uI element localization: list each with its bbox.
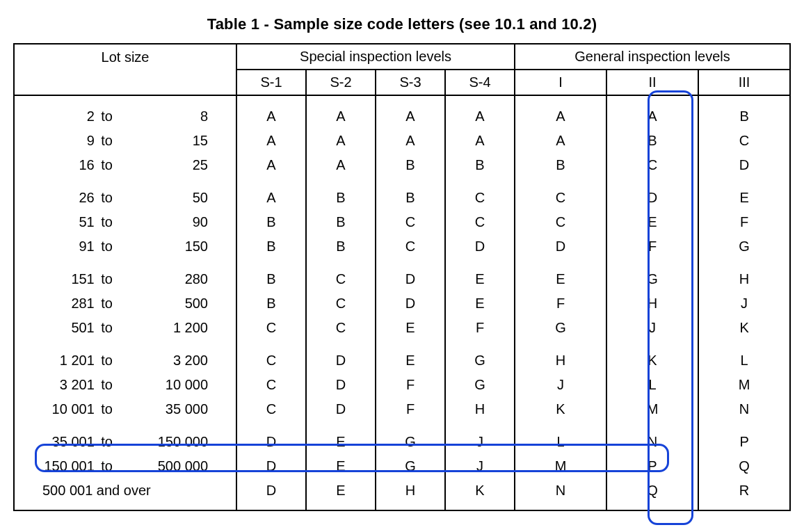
lot-to: 500 [118, 291, 236, 316]
cell-s4: F [445, 316, 515, 340]
cell-s4: G [445, 340, 515, 373]
lot-to: 8 [118, 95, 236, 129]
lot-from: 2 to [14, 95, 118, 129]
cell-s2: C [306, 291, 376, 316]
lot-range: 500 001 and over [14, 478, 236, 510]
cell-g1: D [515, 234, 606, 259]
cell-s1: A [236, 95, 306, 129]
cell-s2: D [306, 340, 376, 373]
header-lot-size: Lot size [14, 44, 236, 70]
lot-to: 150 000 [118, 421, 236, 454]
cell-g3: H [698, 259, 790, 291]
cell-g1: N [515, 478, 606, 510]
lot-from: 9 to [14, 129, 118, 153]
lot-from: 51 to [14, 210, 118, 234]
header-g3: III [698, 70, 790, 95]
lot-to: 10 000 [118, 373, 236, 397]
cell-s3: E [376, 316, 445, 340]
lot-from: 150 001 to [14, 454, 118, 478]
cell-g1: E [515, 259, 606, 291]
cell-s1: A [236, 129, 306, 153]
cell-g1: F [515, 291, 606, 316]
cell-s2: B [306, 210, 376, 234]
lot-from: 10 001 to [14, 397, 118, 421]
cell-g3: N [698, 397, 790, 421]
header-s3: S-3 [376, 70, 445, 95]
cell-g1: K [515, 397, 606, 421]
table-body: 2 to8AAAAAAB9 to15AAAAABC16 to25AABBBCD2… [14, 95, 790, 510]
cell-g2: H [606, 291, 698, 316]
cell-g3: L [698, 340, 790, 373]
cell-s1: D [236, 478, 306, 510]
cell-g3: K [698, 316, 790, 340]
lot-to: 500 000 [118, 454, 236, 478]
cell-g2: C [606, 153, 698, 177]
cell-s4: A [445, 95, 515, 129]
table-row: 151 to280BCDEEGH [14, 259, 790, 291]
cell-s1: A [236, 153, 306, 177]
cell-g1: C [515, 210, 606, 234]
cell-g2: P [606, 454, 698, 478]
lot-from: 281 to [14, 291, 118, 316]
cell-g3: F [698, 210, 790, 234]
table-row: 10 001 to35 000CDFHKMN [14, 397, 790, 421]
cell-s2: A [306, 95, 376, 129]
cell-s4: B [445, 153, 515, 177]
lot-to: 15 [118, 129, 236, 153]
cell-s4: K [445, 478, 515, 510]
cell-s3: H [376, 478, 445, 510]
cell-g2: F [606, 234, 698, 259]
cell-g1: A [515, 95, 606, 129]
code-table: Lot size Special inspection levels Gener… [13, 43, 791, 511]
table-row: 91 to150BBCDDFG [14, 234, 790, 259]
table-title: Table 1 - Sample size code letters (see … [13, 15, 791, 33]
table-row: 26 to50ABBCCDE [14, 177, 790, 210]
lot-from: 91 to [14, 234, 118, 259]
cell-s1: B [236, 291, 306, 316]
cell-s3: G [376, 421, 445, 454]
table-container: Lot size Special inspection levels Gener… [13, 43, 791, 511]
lot-to: 280 [118, 259, 236, 291]
cell-s2: B [306, 234, 376, 259]
lot-to: 35 000 [118, 397, 236, 421]
cell-s2: B [306, 177, 376, 210]
cell-g1: H [515, 340, 606, 373]
lot-to: 150 [118, 234, 236, 259]
cell-g3: G [698, 234, 790, 259]
cell-s1: D [236, 454, 306, 478]
cell-g1: G [515, 316, 606, 340]
cell-g1: C [515, 177, 606, 210]
table-row: 2 to8AAAAAAB [14, 95, 790, 129]
cell-g1: J [515, 373, 606, 397]
cell-s1: B [236, 234, 306, 259]
header-lot-spacer [14, 70, 236, 95]
table-row: 150 001 to500 000DEGJMPQ [14, 454, 790, 478]
cell-s2: E [306, 454, 376, 478]
lot-to: 50 [118, 177, 236, 210]
cell-s4: A [445, 129, 515, 153]
cell-g1: M [515, 454, 606, 478]
cell-s4: J [445, 421, 515, 454]
cell-s1: C [236, 373, 306, 397]
cell-s4: C [445, 210, 515, 234]
cell-s2: C [306, 259, 376, 291]
cell-s1: A [236, 177, 306, 210]
cell-s2: C [306, 316, 376, 340]
cell-g3: M [698, 373, 790, 397]
cell-s1: B [236, 259, 306, 291]
cell-g3: J [698, 291, 790, 316]
lot-to: 90 [118, 210, 236, 234]
lot-to: 1 200 [118, 316, 236, 340]
lot-from: 26 to [14, 177, 118, 210]
cell-s3: A [376, 95, 445, 129]
header-s1: S-1 [236, 70, 306, 95]
cell-s3: G [376, 454, 445, 478]
table-row: 9 to15AAAAABC [14, 129, 790, 153]
cell-g2: Q [606, 478, 698, 510]
cell-s3: C [376, 234, 445, 259]
cell-s3: B [376, 153, 445, 177]
lot-from: 35 001 to [14, 421, 118, 454]
cell-s1: D [236, 421, 306, 454]
lot-from: 3 201 to [14, 373, 118, 397]
cell-s3: F [376, 373, 445, 397]
